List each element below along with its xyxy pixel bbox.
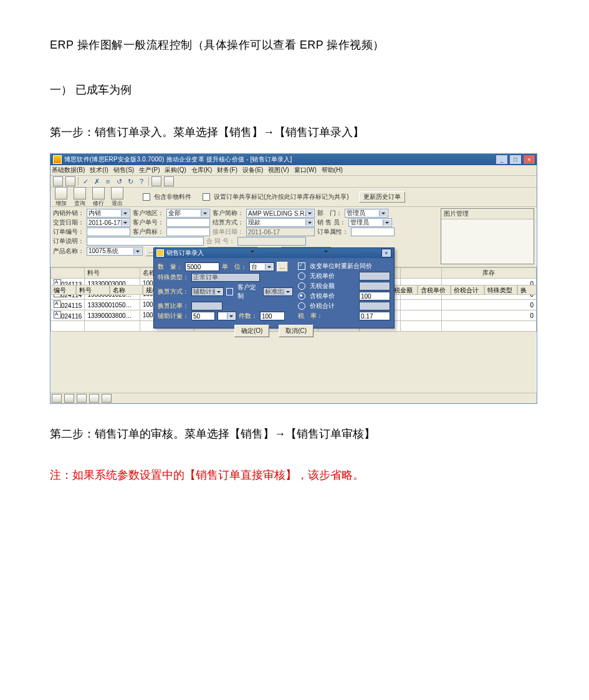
help-icon[interactable]: ? bbox=[137, 177, 146, 186]
grid1-icon[interactable] bbox=[151, 176, 161, 186]
status-icon[interactable] bbox=[77, 394, 87, 403]
total-radio[interactable] bbox=[298, 302, 305, 310]
customer-brand-label: 客户商标： bbox=[133, 228, 164, 236]
window-close-button[interactable]: × bbox=[523, 155, 535, 165]
menu-item[interactable]: 设备(E) bbox=[242, 166, 263, 175]
delivery-date-field[interactable]: 2011-06-17 bbox=[87, 218, 130, 227]
row-partno: 13390003800… bbox=[85, 310, 140, 321]
toolbar-small: ✓ ✗ ≡ ↺ ↻ ? bbox=[50, 176, 537, 188]
toolbar-separator bbox=[78, 177, 79, 186]
dh-col: 编号 bbox=[50, 285, 76, 295]
total-field bbox=[359, 302, 390, 310]
new-icon[interactable] bbox=[53, 176, 63, 186]
share-flag-checkbox[interactable] bbox=[203, 193, 210, 201]
tax-price-label: 含税单价 bbox=[310, 292, 335, 300]
customer-area-select[interactable]: 全部 bbox=[166, 209, 210, 218]
domestic-foreign-select[interactable]: 内销 bbox=[87, 209, 130, 218]
status-icon[interactable] bbox=[89, 394, 99, 403]
tax-price-radio[interactable] bbox=[298, 292, 305, 300]
conversion-label: 换算方式： bbox=[158, 287, 189, 296]
total-label: 价税合计 bbox=[310, 302, 335, 310]
order-no-label: 订单编号： bbox=[53, 228, 84, 236]
grid-header bbox=[400, 268, 441, 279]
app-icon bbox=[53, 155, 62, 164]
confirm-icon[interactable]: ✓ bbox=[81, 177, 90, 186]
customer-custom-label: 客户定制 bbox=[237, 283, 261, 300]
conversion-select[interactable]: 辅助计量 bbox=[191, 287, 224, 296]
qty-label: 数 量： bbox=[158, 262, 183, 271]
dh-col: 价税合计 bbox=[451, 285, 484, 295]
rate-input[interactable]: 0.17 bbox=[359, 312, 390, 320]
order-no-input[interactable] bbox=[87, 228, 130, 236]
customer-po-label: 客户单号： bbox=[133, 218, 164, 227]
edit-label: 修行 bbox=[93, 199, 104, 208]
tax-price-input[interactable]: 100 bbox=[359, 292, 390, 300]
menu-item[interactable]: 视图(V) bbox=[268, 166, 289, 175]
dialog-close-button[interactable]: × bbox=[381, 249, 391, 257]
query-label: 查询 bbox=[74, 199, 85, 208]
menu-item[interactable]: 采购(Q) bbox=[165, 166, 186, 175]
customer-po-input[interactable] bbox=[166, 218, 210, 227]
menu-item[interactable]: 销售(S) bbox=[113, 166, 134, 175]
notax-total-radio[interactable] bbox=[298, 282, 305, 290]
include-nonmaterial-checkbox[interactable] bbox=[143, 193, 150, 201]
row-id: 024115 bbox=[61, 302, 82, 309]
menu-item[interactable]: 基础数据(B) bbox=[52, 166, 85, 175]
update-history-button[interactable]: 更新历史订单 bbox=[359, 191, 405, 203]
window-maximize-button[interactable]: □ bbox=[509, 155, 522, 165]
row-id: 024116 bbox=[61, 313, 82, 320]
menu-item[interactable]: 仓库(K) bbox=[191, 166, 212, 175]
open-icon[interactable] bbox=[65, 176, 75, 186]
menu-item[interactable]: 财务(F) bbox=[217, 166, 237, 175]
pieces-input[interactable]: 100 bbox=[260, 312, 285, 320]
receive-date-label: 接单日期： bbox=[213, 228, 244, 236]
aux-qty-input[interactable]: 50 bbox=[191, 312, 215, 320]
order-remark-input[interactable] bbox=[87, 237, 204, 246]
settlement-select[interactable]: 现款 bbox=[246, 218, 315, 227]
department-select[interactable]: 管理员 bbox=[345, 209, 388, 218]
row-stock: 0 bbox=[441, 300, 536, 310]
receive-date-field: 2011-06-17 bbox=[246, 228, 315, 236]
menu-item[interactable]: 帮助(H) bbox=[322, 166, 343, 175]
customer-brand-input[interactable] bbox=[166, 228, 210, 236]
edit-button[interactable]: 修行 bbox=[90, 187, 107, 208]
redo-icon[interactable]: ↻ bbox=[126, 177, 135, 186]
qty-input[interactable]: 5000 bbox=[185, 262, 219, 271]
grid2-icon[interactable] bbox=[164, 176, 174, 186]
salesman-select[interactable]: 管理员 bbox=[348, 218, 392, 227]
cancel-icon[interactable]: ✗ bbox=[92, 177, 101, 186]
undo-icon[interactable]: ↺ bbox=[115, 177, 123, 186]
customer-custom-checkbox[interactable] bbox=[226, 288, 233, 295]
add-button[interactable]: 增加 bbox=[53, 187, 69, 208]
cancel-button[interactable]: 取消(C) bbox=[279, 325, 314, 337]
menu-item[interactable]: 生产(P) bbox=[139, 166, 160, 175]
unit-label: 单 位： bbox=[222, 262, 247, 271]
ratio-input[interactable] bbox=[191, 302, 223, 310]
menu-item[interactable]: 技术(I) bbox=[90, 166, 108, 175]
unit-lookup-button[interactable]: … bbox=[277, 262, 288, 272]
unit-select[interactable]: 台 bbox=[249, 262, 274, 271]
customer-name-label: 客户简称： bbox=[213, 209, 244, 218]
order-remark-label: 订单说明： bbox=[53, 237, 84, 246]
customer-name-select[interactable]: AMP WELDING S.R. bbox=[246, 209, 315, 218]
erp-window: 博思软件(博思ERP安全版3.0.7000) 推动企业变革 提升核心价值 - [… bbox=[50, 153, 537, 404]
customer-custom-select[interactable]: 标准出库 bbox=[263, 287, 292, 296]
recalc-checkbox[interactable] bbox=[298, 262, 305, 270]
menu-item[interactable]: 窗口(W) bbox=[294, 166, 317, 175]
aux-unit-select[interactable] bbox=[218, 312, 236, 320]
order-attr-input[interactable] bbox=[351, 228, 395, 236]
exit-button[interactable]: 退出 bbox=[109, 187, 125, 208]
status-icon[interactable] bbox=[52, 394, 62, 403]
product-name-select[interactable]: 10075系统 bbox=[87, 247, 143, 256]
dialog-title: 销售订单录入 bbox=[166, 249, 204, 257]
ok-button[interactable]: 确定(O) bbox=[234, 325, 269, 337]
status-bar bbox=[50, 393, 537, 403]
status-icon[interactable] bbox=[102, 394, 112, 403]
note-red: 注：如果系统参数设置中的【销售订单直接审核】，该步省略。 bbox=[50, 467, 539, 482]
query-button[interactable]: 查询 bbox=[72, 187, 88, 208]
notax-price-radio[interactable] bbox=[298, 272, 305, 280]
window-minimize-button[interactable]: _ bbox=[496, 155, 508, 165]
customer-area-label: 客户地区： bbox=[133, 209, 164, 218]
list-icon[interactable]: ≡ bbox=[103, 177, 112, 186]
status-icon[interactable] bbox=[64, 394, 74, 403]
